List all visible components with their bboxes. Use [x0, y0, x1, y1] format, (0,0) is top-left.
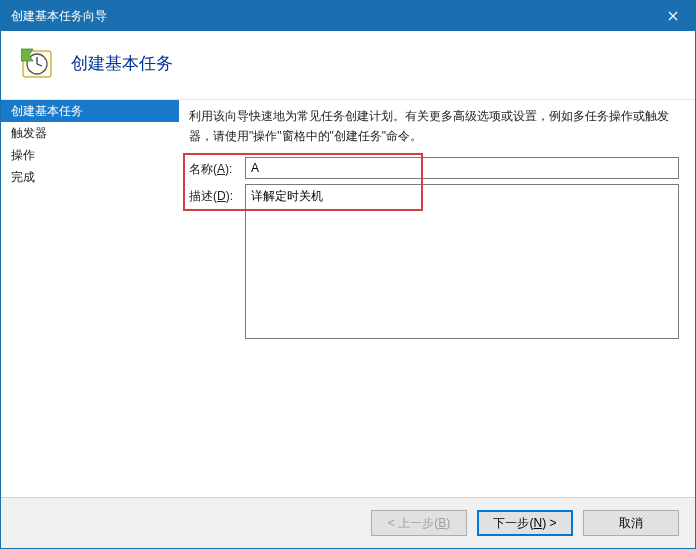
- wizard-footer: < 上一步(B) 下一步(N) > 取消: [1, 497, 695, 548]
- wizard-body: 创建基本任务 触发器 操作 完成 利用该向导快速地为常见任务创建计划。有关更多高…: [1, 100, 695, 497]
- instruction-text: 利用该向导快速地为常见任务创建计划。有关更多高级选项或设置，例如多任务操作或触发…: [189, 106, 679, 147]
- page-title: 创建基本任务: [71, 52, 173, 75]
- sidebar-step-action[interactable]: 操作: [1, 144, 179, 166]
- wizard-window: 创建基本任务向导 创建基本任务 创建基本任务 触发器 操作 完成 利用该向导快速…: [0, 0, 696, 549]
- cancel-button[interactable]: 取消: [583, 510, 679, 536]
- back-button: < 上一步(B): [371, 510, 467, 536]
- wizard-header: 创建基本任务: [1, 31, 695, 100]
- description-label: 描述(D):: [189, 184, 245, 205]
- next-button[interactable]: 下一步(N) >: [477, 510, 573, 536]
- sidebar: 创建基本任务 触发器 操作 完成: [1, 100, 179, 497]
- sidebar-step-finish[interactable]: 完成: [1, 166, 179, 188]
- sidebar-step-create[interactable]: 创建基本任务: [1, 100, 179, 122]
- name-input[interactable]: [245, 157, 679, 179]
- description-input[interactable]: [245, 184, 679, 339]
- sidebar-step-trigger[interactable]: 触发器: [1, 122, 179, 144]
- titlebar-text: 创建基本任务向导: [11, 8, 650, 25]
- titlebar: 创建基本任务向导: [1, 1, 695, 31]
- close-icon: [668, 11, 678, 21]
- form-area: 名称(A): 描述(D):: [189, 157, 679, 344]
- name-label: 名称(A):: [189, 157, 245, 178]
- task-clock-icon: [21, 45, 57, 81]
- main-panel: 利用该向导快速地为常见任务创建计划。有关更多高级选项或设置，例如多任务操作或触发…: [179, 100, 695, 497]
- close-button[interactable]: [650, 1, 695, 31]
- description-row: 描述(D):: [189, 184, 679, 339]
- name-row: 名称(A):: [189, 157, 679, 179]
